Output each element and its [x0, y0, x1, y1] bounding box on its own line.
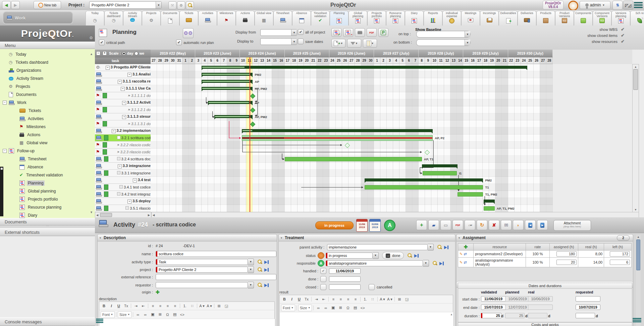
sidebar-item-projects-portfolio[interactable]: Projects portfolio — [0, 195, 90, 203]
task-row-16[interactable]: ⁞3.3.1 integrazione — [95, 170, 151, 177]
task-row-5[interactable]: ⚑⁞⚑3.1.1.1.1 do — [95, 92, 151, 99]
detail-vertical-scrollbar[interactable]: ▲ — [636, 235, 641, 326]
expand-toggle[interactable]: − — [3, 101, 7, 105]
rss-button[interactable]: ◗ — [513, 220, 524, 230]
assignment-assigned-input[interactable]: 180 — [556, 251, 577, 257]
task-row-1[interactable]: ⚙⁞−3 Progetto APP Cliente — [95, 64, 151, 71]
editor-tool-special-char[interactable]: Ω — [344, 305, 351, 311]
size-select[interactable]: Size▼ — [118, 311, 131, 318]
task-row-19[interactable]: ⁞3.4.2 test integraz — [95, 191, 151, 198]
editor-tool-bold[interactable]: B — [101, 303, 107, 309]
editor-tool-bullet-list[interactable]: ∷ — [369, 296, 376, 302]
show-resources-check[interactable]: ✔ — [621, 39, 625, 44]
gantt-bar-summary[interactable] — [214, 115, 253, 118]
handled-checkbox[interactable]: ✔ — [320, 268, 326, 274]
task-row-18[interactable]: ⁞3.4.1 test codice — [95, 184, 151, 191]
editor-tool-image[interactable]: ▣ — [149, 312, 156, 318]
main-menu-button[interactable] — [634, 1, 643, 9]
baseline-on-bottom-select[interactable]: ▼ — [416, 39, 471, 46]
sidebar-item-diary[interactable]: Diary — [0, 211, 90, 218]
collapse-toggle[interactable]: − — [127, 200, 131, 203]
task-row-6[interactable]: ⁞−3.1.1.2 Activit — [95, 99, 151, 106]
search-icon[interactable] — [257, 282, 263, 288]
project-select[interactable]: Progetto APP Cliente 2 ▼ — [89, 1, 162, 9]
sidebar-item-milestones[interactable]: ⚑Milestones — [0, 123, 90, 131]
editor-tool-indent[interactable]: ⇥ — [313, 296, 320, 302]
project-select-field[interactable]: Progetto APP Cliente 2 — [156, 267, 248, 273]
gantt-bar-summary[interactable] — [202, 66, 527, 69]
result-editor-body[interactable]: ▲ — [279, 312, 454, 326]
save-dates-checkbox[interactable]: save dates — [298, 39, 323, 44]
tab-diary[interactable]: Diary — [405, 11, 424, 25]
editor-tool-link[interactable]: ∞ — [315, 305, 322, 311]
gantt-bar-task[interactable] — [285, 157, 422, 161]
task-checkbox[interactable] — [117, 157, 120, 160]
external-reference-field[interactable] — [156, 274, 276, 280]
sidebar-item-actions[interactable]: Actions — [0, 131, 90, 139]
editor-tool-unlink[interactable]: ∞ — [142, 312, 149, 318]
editor-tool-print[interactable]: ⊞ — [396, 296, 403, 302]
description-editor-body[interactable] — [99, 319, 275, 326]
gantt-bar-summary[interactable] — [208, 101, 253, 104]
tab-reports[interactable]: Reports — [424, 11, 442, 25]
tab-component-versions[interactable]: Component VersionsV1.0 — [593, 11, 611, 25]
delete-baseline-button[interactable]: ▪ — [343, 28, 353, 37]
closed-checkbox[interactable] — [320, 284, 326, 290]
sidebar-item-activity-stream[interactable]: …Activity Stream — [0, 74, 90, 83]
tab-projects[interactable]: Projects⚙ — [142, 11, 161, 25]
columns-config-button[interactable]: ▼ — [363, 39, 377, 48]
editor-tool-align-right[interactable]: ≡ — [164, 303, 171, 309]
goto-icon[interactable] — [439, 261, 445, 266]
display-to-select[interactable]: ▼ — [260, 38, 297, 45]
export-msproject-button[interactable]: P — [378, 28, 388, 37]
sidebar-item-activities[interactable]: Activities — [0, 115, 90, 123]
collapse-toggle[interactable]: − — [133, 178, 137, 182]
task-row-17[interactable]: ⁞−3.4 test — [95, 177, 151, 184]
editor-tool-source[interactable]: <> — [179, 312, 185, 318]
gantt-vertical-scrollbar[interactable]: ▲ ▼ — [632, 64, 639, 213]
assignment-row[interactable]: ✎ ⇄analistaprogrammatore (Analyst)100 %2… — [458, 258, 632, 267]
layout-columns-button[interactable]: ⇅ — [612, 1, 623, 10]
task-checkbox[interactable] — [117, 171, 120, 174]
editor-tool-underline[interactable]: U — [115, 303, 122, 309]
add-element-button[interactable]: +▼ — [331, 39, 345, 48]
sidebar-item-global-view[interactable]: ▦Global view — [0, 139, 90, 147]
menu-section-header[interactable]: Menu — [0, 42, 95, 49]
sidebar-item-timesheet-validation[interactable]: ✔Timesheet validation — [0, 171, 90, 179]
sidebar-item-absence[interactable]: Absence — [0, 163, 90, 171]
activity-type-select[interactable]: Task — [156, 259, 248, 265]
editor-tool-table[interactable]: ⊞ — [157, 312, 163, 318]
editor-tool-outdent[interactable]: ⇤ — [320, 296, 327, 302]
collapse-toggle[interactable]: − — [122, 115, 126, 118]
task-row-14[interactable]: ⁞3.2.4 scrittura doc — [95, 156, 151, 163]
sidebar-item-global-planning[interactable]: Global planning — [0, 187, 90, 195]
task-row-20[interactable]: ⁞−3.5 deploy — [95, 198, 151, 205]
new-tab-button[interactable]: New tab — [34, 1, 61, 9]
tab-deliveries[interactable]: Deliveries — [518, 11, 536, 25]
show-wbs-check[interactable]: ✔ — [621, 27, 625, 32]
status-select[interactable]: in progress — [326, 253, 373, 259]
work-section-button[interactable]: Work — [3, 11, 73, 24]
attachment-dropzone[interactable]: Attachment (drop files here) — [553, 220, 591, 231]
search-icon[interactable] — [257, 267, 263, 273]
gantt-bar-task[interactable] — [458, 192, 483, 197]
tab-activities[interactable]: Activities — [198, 11, 217, 25]
tab-meetings[interactable]: Meetings — [461, 11, 480, 25]
editor-tool-underline[interactable]: U — [296, 296, 303, 302]
responsible-select[interactable]: analistaprogrammatore — [326, 260, 423, 266]
tab-individual-expense[interactable]: Individual expense — [442, 11, 461, 25]
task-checkbox[interactable] — [117, 136, 120, 139]
task-row-11[interactable]: ⁞3.2.1 scrittura cod — [95, 134, 151, 142]
tab-activity-stream[interactable]: Activity Stream… — [123, 11, 142, 25]
delete-button[interactable]: ✘ — [489, 220, 499, 230]
search-icon[interactable] — [407, 253, 413, 259]
done-date[interactable] — [329, 276, 361, 282]
filter-button[interactable]: ▼ — [347, 39, 361, 48]
checklist-prev-button[interactable]: ◀ — [525, 220, 536, 230]
gantt-bar-task[interactable] — [365, 185, 483, 189]
copy-button[interactable]: ▱▰ — [465, 220, 475, 230]
mail-button[interactable]: ✉ — [501, 220, 512, 230]
tab-versions-planning[interactable]: Versions planning — [611, 11, 630, 25]
task-row-10[interactable]: ⁞−3.2 implementazion — [95, 127, 151, 134]
editor-tool-align-right[interactable]: ≡ — [345, 296, 352, 302]
